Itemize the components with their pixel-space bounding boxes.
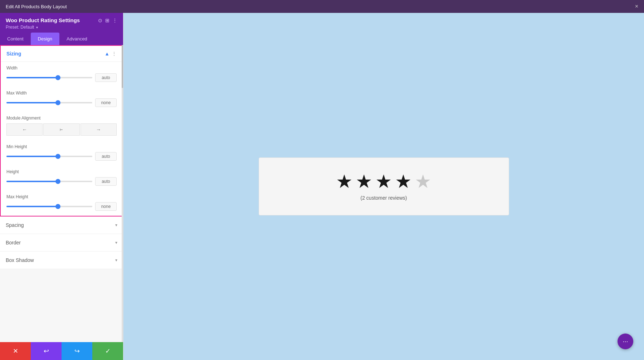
panel-content: Sizing ▲ ⋮ Width [0,45,123,342]
scrollbar-thumb[interactable] [122,45,123,88]
min-height-slider-thumb[interactable] [55,154,60,159]
top-bar: Edit All Products Body Layout × [0,0,644,13]
sizing-section-icons: ▲ ⋮ [104,51,117,57]
min-height-input[interactable] [95,152,117,161]
box-shadow-section-header[interactable]: Box Shadow ▾ [0,252,123,269]
reviews-text: (2 customer reviews) [288,195,480,201]
floating-btn-icon: ··· [623,338,628,345]
undo-button[interactable]: ↩ [31,342,62,360]
max-width-label: Max Width [6,91,117,96]
border-chevron-icon: ▾ [115,240,117,245]
height-slider-row [6,177,117,186]
top-bar-title: Edit All Products Body Layout [6,4,67,9]
close-button[interactable]: × [635,3,638,10]
height-slider-container[interactable] [6,181,92,182]
height-slider-fill [6,181,58,182]
height-slider-thumb[interactable] [55,179,60,184]
panel-header: Woo Product Rating Settings ⊙ ⊞ ⋮ Preset… [0,13,123,33]
star-2: ★ [356,172,372,191]
width-slider-fill [6,77,58,78]
tab-design[interactable]: Design [31,33,59,45]
max-width-slider-row [6,98,117,107]
save-icon: ✓ [105,347,111,355]
height-input[interactable] [95,177,117,186]
more-icon[interactable]: ⋮ [112,18,117,23]
width-input[interactable] [95,73,117,82]
rating-card: ★ ★ ★ ★ ★ (2 customer reviews) [259,157,509,215]
box-shadow-section-label: Box Shadow [6,257,34,263]
box-shadow-section: Box Shadow ▾ [0,252,123,269]
target-icon[interactable]: ⊙ [98,18,102,23]
cancel-icon: ✕ [13,347,18,355]
max-height-slider-fill [6,206,58,207]
max-height-slider-thumb[interactable] [55,204,60,209]
collapse-icon[interactable]: ▲ [104,51,109,57]
width-slider-container[interactable] [6,77,92,78]
spacing-section-header[interactable]: Spacing ▾ [0,217,123,234]
canvas-area: ★ ★ ★ ★ ★ (2 customer reviews) ··· [123,13,644,360]
align-left-button[interactable]: ← [6,123,43,136]
height-label: Height [6,169,117,174]
star-1: ★ [336,172,353,191]
star-3: ★ [375,172,392,191]
max-height-slider-container[interactable] [6,206,92,207]
tab-content[interactable]: Content [0,33,31,45]
panel-header-icons: ⊙ ⊞ ⋮ [98,18,117,23]
floating-action-button[interactable]: ··· [618,334,633,349]
min-height-label: Min Height [6,144,117,149]
border-section-label: Border [6,240,21,245]
redo-icon: ↪ [74,347,80,355]
max-width-field: Max Width [1,87,122,112]
save-button[interactable]: ✓ [92,342,123,360]
tabs: Content Design Advanced [0,33,123,45]
left-panel: Woo Product Rating Settings ⊙ ⊞ ⋮ Preset… [0,13,123,360]
align-center-button[interactable]: ⊢ [43,123,79,136]
grid-icon[interactable]: ⊞ [105,18,109,23]
border-section: Border ▾ [0,234,123,252]
panel-header-top: Woo Product Rating Settings ⊙ ⊞ ⋮ [6,17,117,23]
panel-title: Woo Product Rating Settings [6,17,80,23]
max-width-slider-thumb[interactable] [55,100,60,105]
sizing-section-header[interactable]: Sizing ▲ ⋮ [1,46,122,62]
min-height-slider-fill [6,156,58,157]
width-slider-row [6,73,117,82]
max-width-slider-fill [6,102,58,103]
spacing-section-label: Spacing [6,222,24,228]
width-slider-thumb[interactable] [55,75,60,80]
star-5: ★ [415,172,431,191]
width-field: Width [1,62,122,87]
max-height-input[interactable] [95,202,117,211]
max-width-slider-container[interactable] [6,102,92,103]
width-label: Width [6,65,117,70]
cancel-button[interactable]: ✕ [0,342,31,360]
undo-icon: ↩ [44,347,49,355]
tab-advanced[interactable]: Advanced [59,33,94,45]
max-width-input[interactable] [95,98,117,107]
main-layout: Woo Product Rating Settings ⊙ ⊞ ⋮ Preset… [0,13,644,360]
spacing-chevron-icon: ▾ [115,223,117,228]
max-height-label: Max Height [6,194,117,199]
scrollbar-track [122,45,123,342]
sizing-section: Sizing ▲ ⋮ Width [0,45,123,217]
box-shadow-chevron-icon: ▾ [115,258,117,263]
min-height-field: Min Height [1,141,122,166]
preset-arrow: ▾ [36,25,38,29]
sizing-section-title: Sizing [6,51,21,57]
redo-button[interactable]: ↪ [62,342,92,360]
alignment-row: ← ⊢ → [6,123,117,136]
preset-selector[interactable]: Preset: Default ▾ [6,25,117,30]
bottom-toolbar: ✕ ↩ ↪ ✓ [0,342,123,360]
sizing-more-icon[interactable]: ⋮ [112,51,117,57]
min-height-slider-container[interactable] [6,156,92,157]
align-right-button[interactable]: → [80,123,117,136]
max-height-slider-row [6,202,117,211]
stars-row: ★ ★ ★ ★ ★ [288,172,480,191]
max-height-field: Max Height [1,191,122,216]
spacing-section: Spacing ▾ [0,217,123,234]
module-alignment-label: Module Alignment [6,116,117,121]
module-alignment-field: Module Alignment ← ⊢ → [1,112,122,141]
height-field: Height [1,166,122,191]
star-4: ★ [395,172,412,191]
min-height-slider-row [6,152,117,161]
border-section-header[interactable]: Border ▾ [0,234,123,251]
